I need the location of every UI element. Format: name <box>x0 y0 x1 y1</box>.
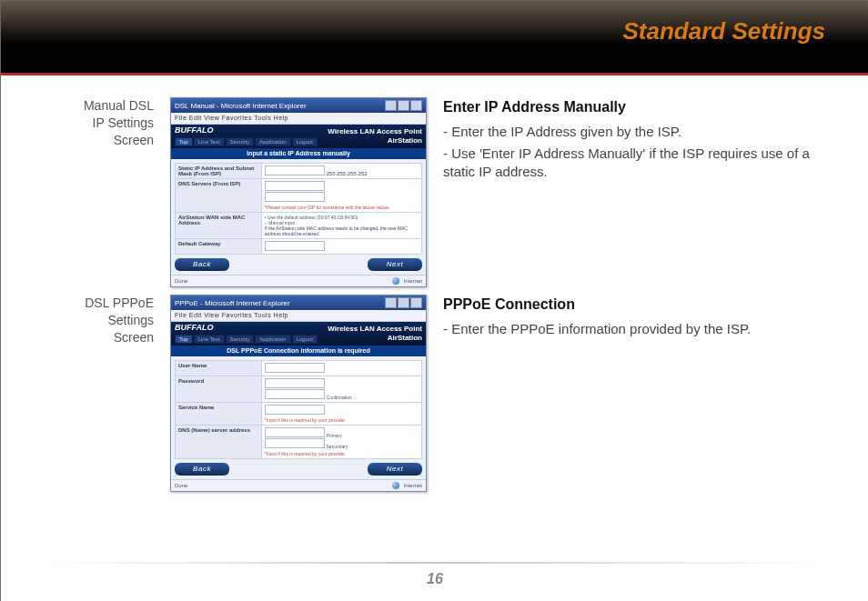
section-heading: DSL PPPoE Connection information is requ… <box>171 346 426 356</box>
maximize-icon[interactable] <box>398 297 409 308</box>
caption-line: Screen <box>114 330 154 345</box>
password-confirm-input[interactable] <box>265 389 325 399</box>
screenshot-pppoe: PPPoE - Microsoft Internet Explorer File… <box>170 295 427 492</box>
label-ip-subnet: Static IP Address and Subnet Mask (From … <box>176 164 262 179</box>
close-icon[interactable] <box>410 100 422 111</box>
next-button[interactable]: Next <box>368 258 422 271</box>
dns-input-1[interactable] <box>265 181 325 191</box>
brand-tagline: Wireless LAN Access Point AirStation <box>328 325 422 343</box>
page-body: Manual DSL IP Settings Screen DSL Manual… <box>46 97 823 558</box>
cell-password: Confirmation <box>261 376 421 403</box>
window-menubar[interactable]: File Edit View Favorites Tools Help <box>171 113 426 125</box>
section-manual-dsl: Manual DSL IP Settings Screen DSL Manual… <box>46 97 823 287</box>
settings-table: Static IP Address and Subnet Mask (From … <box>175 163 422 255</box>
form-panel: Static IP Address and Subnet Mask (From … <box>171 159 426 275</box>
mac-note: If the AirStation side MAC address needs… <box>265 225 419 236</box>
status-bar: Done Internet <box>171 479 426 491</box>
minimize-icon[interactable] <box>385 297 397 308</box>
globe-icon <box>392 277 399 285</box>
ip-input[interactable] <box>265 165 325 175</box>
status-left: Done <box>175 278 187 284</box>
caption-line: Manual DSL <box>84 98 154 113</box>
desc-line: - Use 'Enter IP Address Manually' if the… <box>443 145 823 182</box>
status-right: Internet <box>392 482 422 489</box>
globe-icon <box>392 482 399 489</box>
section-heading: Input a static IP Address manually <box>171 148 426 159</box>
dns-secondary-input[interactable] <box>265 438 325 448</box>
dns-primary-input[interactable] <box>265 427 325 437</box>
tab-line-test[interactable]: Line Test <box>194 335 225 344</box>
desc-heading: Enter IP Address Manually <box>443 97 823 117</box>
cell-ip-subnet: 255.255.255.252 <box>261 164 421 179</box>
window-titlebar: DSL Manual - Microsoft Internet Explorer <box>171 98 426 113</box>
manual-page: Standard Settings Manual DSL IP Settings… <box>0 0 868 601</box>
user-input[interactable] <box>265 363 325 373</box>
dns-note: *Input if this is required by your provi… <box>265 451 419 456</box>
service-input[interactable] <box>265 405 325 415</box>
caption-line: Settings <box>107 313 154 327</box>
password-hint: Confirmation <box>327 395 352 400</box>
tab-top[interactable]: Top <box>175 137 193 146</box>
desc-manual-dsl: Enter IP Address Manually - Enter the IP… <box>443 97 823 185</box>
window-title: DSL Manual - Microsoft Internet Explorer <box>175 102 307 110</box>
caption-manual-dsl: Manual DSL IP Settings Screen <box>46 97 154 149</box>
window-controls <box>385 297 422 308</box>
service-note: *Input if this is required by your provi… <box>265 417 419 423</box>
label-gateway: Default Gateway <box>176 239 262 255</box>
footer-rule <box>46 562 823 564</box>
dns-secondary-hint: Secondary <box>327 444 348 449</box>
label-dns: DNS Servers (From ISP) <box>176 179 262 213</box>
tab-logout[interactable]: Logout <box>292 335 318 344</box>
app-header: BUFFALO Wireless LAN Access Point AirSta… <box>171 322 426 346</box>
label-service: Service Name <box>176 403 262 426</box>
window-title: PPPoE - Microsoft Internet Explorer <box>175 299 290 307</box>
window-titlebar: PPPoE - Microsoft Internet Explorer <box>171 295 426 310</box>
status-zone: Internet <box>404 483 422 488</box>
status-right: Internet <box>392 277 422 285</box>
next-button[interactable]: Next <box>368 463 422 476</box>
window-menubar[interactable]: File Edit View Favorites Tools Help <box>171 310 426 322</box>
back-button[interactable]: Back <box>175 258 229 271</box>
desc-line: - Enter the IP Address given by the ISP. <box>443 123 823 141</box>
section-pppoe: DSL PPPoE Settings Screen PPPoE - Micros… <box>46 295 823 492</box>
tagline-line: Wireless LAN Access Point <box>328 127 422 135</box>
maximize-icon[interactable] <box>398 100 409 111</box>
cell-dns: *Please contact your ISP for assistance … <box>261 179 421 213</box>
cell-gateway <box>261 239 421 255</box>
window-controls <box>385 100 422 111</box>
tab-application[interactable]: Application <box>255 137 290 146</box>
caption-line: Screen <box>114 133 154 147</box>
gateway-input[interactable] <box>265 241 325 251</box>
password-input[interactable] <box>265 378 325 388</box>
wizard-nav: Back Next <box>175 258 422 271</box>
dns-input-2[interactable] <box>265 192 325 202</box>
minimize-icon[interactable] <box>385 100 397 111</box>
dns-primary-hint: Primary <box>327 433 342 438</box>
status-left: Done <box>175 483 187 488</box>
nav-tabs: Top Line Test Security Application Logou… <box>175 137 318 146</box>
status-bar: Done Internet <box>171 275 426 286</box>
settings-table: User Name Password Confirmation <box>175 360 422 459</box>
page-title: Standard Settings <box>623 17 825 45</box>
label-password: Password <box>176 376 262 403</box>
desc-heading: PPPoE Connection <box>443 295 823 315</box>
cell-service: *Input if this is required by your provi… <box>261 403 421 426</box>
caption-line: DSL PPPoE <box>85 295 154 310</box>
tab-application[interactable]: Application <box>255 335 290 344</box>
status-zone: Internet <box>404 278 422 284</box>
header-band: Standard Settings <box>1 1 868 75</box>
page-number: 16 <box>1 571 868 587</box>
caption-line: IP Settings <box>93 115 154 130</box>
tab-security[interactable]: Security <box>226 335 255 344</box>
tab-security[interactable]: Security <box>226 137 255 146</box>
label-mac: AirStation WAN side MAC Address <box>176 213 262 239</box>
subnet-value: 255.255.255.252 <box>327 171 368 176</box>
tab-top[interactable]: Top <box>175 335 193 344</box>
close-icon[interactable] <box>410 297 422 308</box>
tab-line-test[interactable]: Line Test <box>194 137 225 146</box>
tab-logout[interactable]: Logout <box>292 137 318 146</box>
cell-user <box>261 361 421 376</box>
brand-tagline: Wireless LAN Access Point AirStation <box>328 127 422 145</box>
back-button[interactable]: Back <box>175 463 229 476</box>
app-header: BUFFALO Wireless LAN Access Point AirSta… <box>171 125 426 148</box>
